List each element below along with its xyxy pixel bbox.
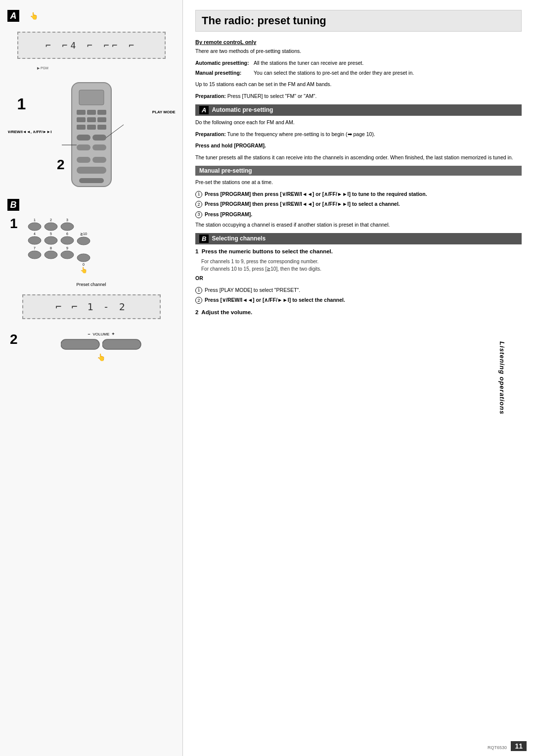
circle-2: 2 [195, 201, 202, 208]
btn-3-icon [60, 222, 75, 231]
do-following: Do the following once each for FM and AM… [195, 119, 522, 127]
btn-4-icon [27, 236, 42, 245]
pgm-label: ▶ PGM [7, 66, 48, 70]
hand-icon-a: 👆 [30, 12, 38, 20]
svg-rect-3 [87, 110, 96, 115]
play-mode-label: PLAY MODE [152, 110, 176, 114]
btn-7-icon [27, 250, 42, 259]
svg-point-27 [61, 236, 74, 244]
hand-icon-b1: 👆 [80, 267, 88, 274]
svg-rect-11 [77, 135, 90, 141]
svg-point-25 [28, 236, 41, 244]
circle-b1: 1 [195, 287, 202, 294]
svg-rect-2 [77, 110, 86, 115]
svg-point-24 [61, 223, 74, 231]
btn-0-icon [76, 253, 91, 262]
section-b-title: Selecting channels [212, 235, 266, 242]
svg-rect-12 [92, 135, 106, 141]
svg-rect-7 [97, 117, 106, 122]
svg-rect-10 [97, 125, 106, 130]
section-b-letter: B [199, 235, 209, 243]
btn-8-icon [44, 250, 58, 259]
up-to-text: Up to 15 stations each can be set in the… [195, 81, 522, 89]
svg-point-28 [77, 237, 90, 245]
b-sub-step1: 1 Press [PLAY MODE] to select "PRESET". [195, 286, 522, 294]
svg-rect-6 [87, 117, 96, 122]
preset-descriptions: Automatic presetting: All the stations t… [195, 59, 522, 77]
rqt-code: RQT6530 [488, 745, 507, 750]
svg-rect-18 [77, 157, 90, 163]
manual-step2: 2 Press [PROGRAM] then press [∨/REW/I◄◄]… [195, 200, 522, 208]
section-a-title: Automatic pre-setting [212, 106, 273, 113]
volume-text-label: VOLUME [92, 332, 109, 336]
by-remote-heading: By remote controL only [195, 39, 522, 45]
btn-1-icon [27, 222, 42, 231]
manual-preset-label: Manual presetting: [195, 70, 241, 76]
channels-10-15: For channels 10 to 15, press [≧10], then… [201, 265, 522, 273]
vol-plus-btn [102, 339, 142, 350]
btn-6-icon [60, 236, 75, 245]
step1-left-num: 1 [17, 95, 26, 113]
section-a-letter: A [199, 106, 209, 114]
step1-b-num: 1 [10, 216, 18, 232]
svg-rect-4 [97, 110, 106, 115]
section-a-label: A [7, 10, 19, 22]
svg-rect-1 [79, 90, 104, 105]
svg-point-26 [44, 236, 57, 244]
b-sub-step2: 2 Press [∨/REW/I◄◄] or [∧/FF/►►I] to sel… [195, 296, 522, 304]
display-box-b: ⌐ ⌐ 1 - 2 [22, 294, 161, 319]
side-label: Listening operations [499, 341, 506, 415]
svg-point-32 [77, 254, 90, 262]
svg-rect-33 [61, 339, 99, 349]
svg-rect-5 [77, 117, 86, 122]
or-label: OR [195, 275, 522, 283]
svg-rect-20 [77, 167, 106, 174]
station-erased-text: The station occupying a channel is erase… [195, 221, 522, 229]
prep-text-main: Preparation: Press [TUNER] to select "FM… [195, 93, 522, 100]
svg-point-23 [44, 223, 57, 231]
section-b-heading: B Selecting channels [195, 233, 522, 244]
circle-b2: 2 [195, 297, 202, 304]
vol-minus-label: – [88, 331, 90, 336]
svg-rect-9 [87, 125, 96, 130]
right-panel: The radio: preset tuning By remote contr… [183, 0, 534, 756]
page-title: The radio: preset tuning [195, 10, 522, 32]
vol-minus-btn [61, 339, 100, 350]
svg-point-29 [28, 251, 41, 259]
svg-text:2: 2 [57, 157, 65, 172]
section-b-left-label: B [7, 199, 19, 211]
remote-svg-1: 2 [52, 80, 131, 189]
manual-preset-text: You can select the stations to pre-set a… [254, 69, 522, 77]
left-panel: A 👆 ⌐ ⌐4 ⌐ ⌐⌐ ⌐ ▶ PGM 1 PLAY MODE ∨/REW/… [0, 0, 183, 756]
step2-b-num: 2 [10, 331, 18, 347]
display-box-a: ⌐ ⌐4 ⌐ ⌐⌐ ⌐ [17, 32, 166, 59]
circle-1: 1 [195, 191, 202, 198]
svg-rect-19 [92, 157, 106, 163]
svg-point-31 [61, 251, 74, 259]
pre-set-text: Pre-set the stations one at a time. [195, 179, 522, 187]
btn-2-icon [44, 222, 58, 231]
btn-ge10-icon [76, 236, 91, 245]
svg-rect-14 [92, 144, 106, 150]
section-a-heading: A Automatic pre-setting [195, 104, 522, 116]
svg-rect-34 [102, 339, 141, 349]
svg-point-22 [28, 223, 41, 231]
btn-5-icon [44, 236, 58, 245]
svg-rect-13 [77, 144, 90, 150]
svg-rect-8 [77, 125, 86, 130]
svg-point-30 [44, 251, 57, 259]
vrew-label: ∨/REW/I◄◄, ∧/FF/►►I [7, 130, 52, 134]
manual-preset-heading: Manual pre-setting [195, 166, 522, 176]
intro-text: There are two methods of pre-setting sta… [195, 47, 522, 55]
auto-preset-label: Automatic presetting: [195, 60, 249, 66]
circle-3: 3 [195, 211, 202, 218]
vol-plus-label: + [112, 331, 114, 336]
btn-9-icon [60, 250, 75, 259]
page-number: 11 [511, 741, 527, 751]
section-a-prep: Preparation: Tune to the frequency where… [195, 131, 522, 139]
manual-step1: 1 Press [PROGRAM] then press [∨/REW/I◄◄]… [195, 190, 522, 198]
preset-channel-label: Preset channel [76, 282, 106, 287]
hand-icon-vol: 👆 [97, 353, 105, 361]
press-hold-text: The tuner presets all the stations it ca… [195, 154, 522, 162]
b-step1-main: 1 Press the numeric buttons to select th… [195, 247, 522, 256]
